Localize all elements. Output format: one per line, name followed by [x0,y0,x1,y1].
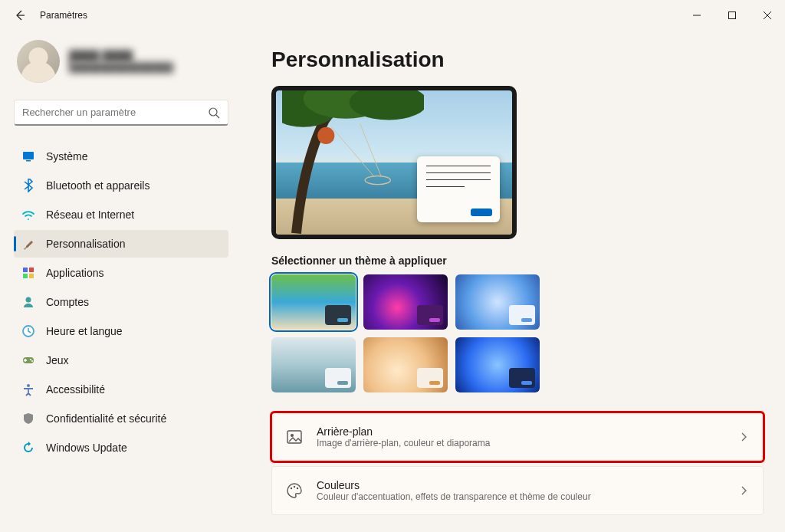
setting-palette[interactable]: CouleursCouleur d'accentuation, effets d… [271,466,764,515]
back-button[interactable] [6,2,34,29]
chevron-right-icon [738,432,749,442]
nav-item-brush[interactable]: Personnalisation [14,230,228,258]
theme-mini-window [417,305,443,325]
nav-item-clock[interactable]: Heure et langue [14,317,228,345]
svg-rect-0 [729,12,736,19]
nav-item-bluetooth[interactable]: Bluetooth et appareils [14,172,228,199]
setting-picture[interactable]: Arrière-planImage d'arrière-plan, couleu… [271,412,764,461]
close-icon [764,11,771,19]
apps-icon [21,266,35,280]
nav-label: Bluetooth et appareils [46,179,149,192]
nav-item-system[interactable]: Système [14,143,228,170]
search-box[interactable] [14,100,228,126]
theme-option-2[interactable] [455,274,540,330]
page-title: Personnalisation [271,48,764,72]
theme-option-5[interactable] [455,337,540,392]
avatar [17,40,60,83]
nav-label: Comptes [46,296,89,308]
profile-name: ████ ████ [69,50,173,62]
access-icon [21,383,35,396]
theme-section-label: Sélectionner un thème à appliquer [271,255,764,267]
theme-grid [271,274,764,392]
palette-icon [286,482,303,499]
svg-rect-6 [23,274,28,278]
tree-illustration [282,90,424,235]
update-icon [21,441,35,455]
theme-mini-window [325,368,351,388]
theme-option-0[interactable] [271,274,356,330]
theme-option-4[interactable] [363,337,448,392]
setting-desc: Couleur d'accentuation, effets de transp… [317,491,724,502]
maximize-icon [728,11,736,19]
nav-item-shield[interactable]: Confidentialité et sécurité [14,405,228,432]
nav-label: Windows Update [46,442,127,454]
brush-icon [21,237,35,251]
svg-point-11 [30,359,31,360]
clock-icon [21,324,35,338]
close-button[interactable] [750,0,785,31]
settings-list: Arrière-planImage d'arrière-plan, couleu… [271,412,764,515]
svg-point-23 [297,488,298,489]
shield-icon [21,412,35,425]
nav-label: Réseau et Internet [46,209,134,221]
svg-point-12 [31,360,33,362]
minimize-button[interactable] [679,0,714,31]
game-icon [21,353,35,367]
search-icon [208,107,220,119]
arrow-left-icon [14,9,26,21]
svg-rect-4 [23,268,28,272]
nav-item-apps[interactable]: Applications [14,259,228,287]
minimize-icon [693,11,701,19]
svg-rect-2 [23,152,34,159]
setting-title: Couleurs [317,479,724,491]
sidebar: ████ ████ ████████████████ SystèmeBlueto… [0,31,238,532]
nav-item-update[interactable]: Windows Update [14,434,228,461]
svg-rect-7 [29,274,34,278]
nav-label: Heure et langue [46,325,123,337]
svg-point-21 [291,488,292,489]
nav-item-access[interactable]: Accessibilité [14,376,228,403]
theme-mini-window [509,368,535,388]
picture-icon [286,429,303,445]
nav-item-wifi[interactable]: Réseau et Internet [14,201,228,228]
theme-option-1[interactable] [363,274,448,330]
person-icon [21,295,35,309]
nav-item-game[interactable]: Jeux [14,346,228,374]
theme-mini-window [509,305,535,325]
bluetooth-icon [21,179,35,192]
profile[interactable]: ████ ████ ████████████████ [14,40,228,83]
theme-mini-window [417,368,443,388]
svg-point-13 [27,384,30,387]
svg-point-17 [317,127,334,144]
svg-point-8 [26,297,31,303]
setting-title: Arrière-plan [317,425,724,438]
nav-label: Jeux [46,354,69,366]
nav-label: Système [46,150,87,163]
nav-label: Personnalisation [46,238,126,250]
chevron-right-icon [738,485,749,496]
wifi-icon [21,208,35,222]
nav-label: Confidentialité et sécurité [46,412,166,425]
preview-window-mock [417,156,500,222]
svg-point-18 [365,176,390,185]
titlebar: Paramètres [0,0,785,31]
nav-list: SystèmeBluetooth et appareilsRéseau et I… [14,143,228,461]
nav-label: Applications [46,267,104,279]
desktop-preview [271,86,517,239]
theme-option-3[interactable] [271,337,356,392]
setting-desc: Image d'arrière-plan, couleur et diapora… [317,438,724,448]
svg-point-20 [291,434,294,437]
main-content: Personnalisation Sélectionner un thème à… [238,31,785,532]
theme-mini-window [325,305,351,325]
profile-email: ████████████████ [69,62,173,73]
window-title: Paramètres [40,10,87,21]
search-input[interactable] [22,107,208,118]
maximize-button[interactable] [714,0,750,31]
svg-point-22 [294,486,295,488]
nav-label: Accessibilité [46,383,105,396]
svg-point-1 [209,108,217,116]
svg-rect-5 [29,268,34,272]
nav-item-person[interactable]: Comptes [14,288,228,316]
system-icon [21,149,35,163]
svg-rect-3 [26,160,31,162]
